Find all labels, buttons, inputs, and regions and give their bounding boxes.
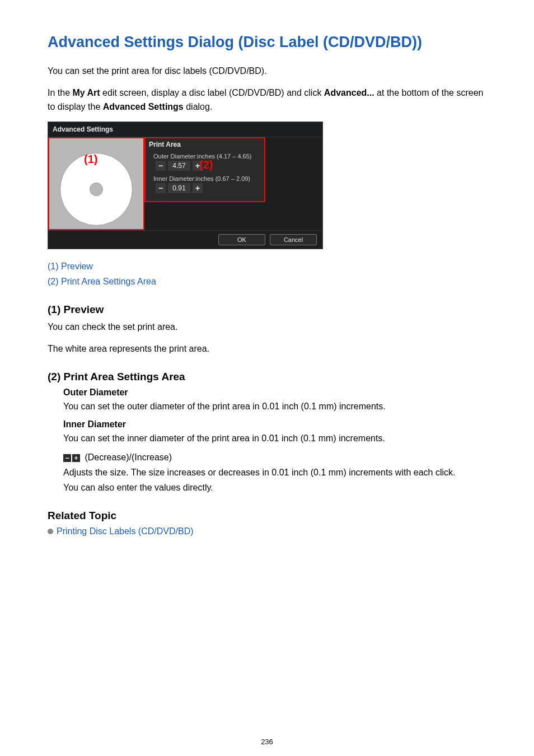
minus-icon: −	[63, 454, 71, 462]
preview-area: (1)	[48, 137, 144, 230]
link-print-area-section[interactable]: (2) Print Area Settings Area	[48, 274, 486, 289]
outer-diameter-stepper: − 4.57 + (2)	[146, 161, 264, 173]
related-topic-row: Printing Disc Labels (CD/DVD/BD)	[48, 526, 486, 536]
page-title: Advanced Settings Dialog (Disc Label (CD…	[48, 34, 486, 51]
ok-button[interactable]: OK	[218, 234, 265, 245]
decrease-increase-desc-2: You can also enter the values directly.	[63, 481, 486, 495]
text-bold-advanced: Advanced...	[324, 88, 374, 97]
plus-minus-icons: − +	[63, 454, 80, 462]
section-2-body: Outer Diameter You can set the outer dia…	[63, 388, 486, 495]
outer-diameter-desc: You can set the outer diameter of the pr…	[63, 400, 486, 414]
section-1-p1: You can check the set print area.	[48, 320, 486, 334]
callout-two: (2)	[199, 158, 213, 171]
inner-diameter-stepper: − 0.91 +	[146, 183, 264, 195]
plus-icon: +	[72, 454, 80, 462]
decrease-increase-desc-1: Adjusts the size. The size increases or …	[63, 466, 486, 480]
section-1-heading: (1) Preview	[48, 304, 486, 316]
cancel-button[interactable]: Cancel	[270, 234, 317, 245]
text-bold-adv-settings: Advanced Settings	[103, 102, 184, 111]
intro-paragraph-2: In the My Art edit screen, display a dis…	[48, 86, 486, 114]
dialog-buttons: OK Cancel	[48, 230, 322, 249]
related-topic-link[interactable]: Printing Disc Labels (CD/DVD/BD)	[57, 526, 194, 536]
inner-diameter-value[interactable]: 0.91	[168, 183, 190, 193]
inner-decrease-button[interactable]: −	[156, 183, 166, 193]
advanced-settings-figure: Advanced Settings (1) Print Area Outer D…	[48, 122, 323, 249]
inner-diameter-label: Inner Diameter:inches (0.67 – 2.09)	[146, 173, 264, 183]
decrease-increase-label: (Decrease)/(Increase)	[82, 452, 172, 462]
disc-hole	[90, 183, 103, 196]
outer-diameter-term: Outer Diameter	[63, 388, 486, 398]
print-area-heading: Print Area	[146, 138, 264, 151]
text-bold-my-art: My Art	[72, 88, 100, 97]
dialog-body: (1) Print Area Outer Diameter:inches (4.…	[48, 137, 322, 230]
outer-decrease-button[interactable]: −	[156, 161, 166, 171]
section-1-p2: The white area represents the print area…	[48, 342, 486, 356]
inner-increase-button[interactable]: +	[193, 183, 203, 193]
text-segment: dialog.	[184, 102, 213, 111]
section-2-heading: (2) Print Area Settings Area	[48, 371, 486, 383]
inner-diameter-desc: You can set the inner diameter of the pr…	[63, 432, 486, 446]
inner-diameter-term: Inner Diameter	[63, 419, 486, 430]
text-segment: In the	[48, 88, 72, 97]
link-preview-section[interactable]: (1) Preview	[48, 259, 486, 274]
bullet-icon	[48, 529, 53, 534]
decrease-increase-line: − + (Decrease)/(Increase)	[63, 451, 486, 465]
section-links: (1) Preview (2) Print Area Settings Area	[48, 259, 486, 289]
related-topic-heading: Related Topic	[48, 510, 486, 522]
print-area-panel: Print Area Outer Diameter:inches (4.17 –…	[144, 137, 265, 202]
outer-diameter-value[interactable]: 4.57	[168, 161, 190, 171]
intro-paragraph-1: You can set the print area for disc labe…	[48, 64, 486, 78]
callout-one: (1)	[84, 153, 97, 166]
dialog-title-bar: Advanced Settings	[48, 122, 322, 137]
page-number: 236	[0, 738, 534, 746]
text-segment: edit screen, display a disc label (CD/DV…	[100, 88, 324, 97]
